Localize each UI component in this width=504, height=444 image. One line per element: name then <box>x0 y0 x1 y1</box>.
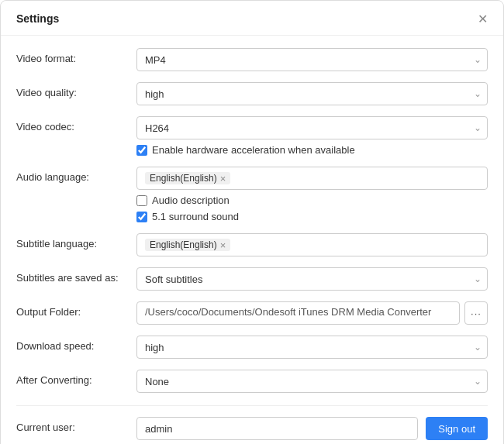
sign-out-button[interactable]: Sign out <box>426 417 488 440</box>
current-user-field: Sign out <box>136 417 488 440</box>
download-speed-select[interactable]: high medium low <box>136 336 488 359</box>
surround-sound-checkbox[interactable] <box>136 212 147 222</box>
audio-language-row: Audio language: English(English) × Audio… <box>16 167 488 222</box>
audio-description-checkbox[interactable] <box>136 195 147 206</box>
after-converting-select[interactable]: None Open folder Shut down <box>136 370 488 393</box>
video-codec-select[interactable]: H264 H265 VP9 <box>136 116 488 139</box>
download-speed-label: Download speed: <box>16 336 136 352</box>
subtitles-saved-as-select[interactable]: Soft subtitles Hard subtitles None <box>136 267 488 291</box>
after-converting-label: After Converting: <box>16 370 136 386</box>
audio-language-tag-close[interactable]: × <box>220 174 226 184</box>
hardware-acceleration-label: Enable hardware acceleration when availa… <box>152 144 355 156</box>
video-quality-label: Video quality: <box>16 82 136 98</box>
output-folder-input: /Users/coco/Documents/Ondesoft iTunes DR… <box>136 301 460 325</box>
download-speed-row: Download speed: high medium low ⌄ <box>16 336 488 359</box>
subtitle-language-field: English(English) × <box>136 233 488 256</box>
video-codec-label: Video codec: <box>16 116 136 133</box>
audio-language-tag: English(English) × <box>145 172 230 184</box>
video-format-label: Video format: <box>16 48 136 64</box>
after-converting-row: After Converting: None Open folder Shut … <box>16 370 488 393</box>
title-bar: Settings ✕ <box>1 1 503 36</box>
video-quality-select[interactable]: high medium low <box>136 82 488 105</box>
subtitle-language-tag-text: English(English) <box>150 239 217 250</box>
output-folder-field: /Users/coco/Documents/Ondesoft iTunes DR… <box>136 301 488 325</box>
surround-sound-label: 5.1 surround sound <box>152 211 239 222</box>
download-speed-field: high medium low ⌄ <box>136 336 488 359</box>
audio-description-label: Audio description <box>152 194 230 206</box>
audio-language-label: Audio language: <box>16 167 136 183</box>
video-format-select-wrapper: MP4 MKV MOV AVI ⌄ <box>136 48 488 71</box>
subtitle-language-row: Subtitle language: English(English) × <box>16 233 488 256</box>
subtitles-saved-as-select-wrapper: Soft subtitles Hard subtitles None ⌄ <box>136 267 488 291</box>
video-format-select[interactable]: MP4 MKV MOV AVI <box>136 48 488 71</box>
subtitle-language-tag-input[interactable]: English(English) × <box>136 233 488 256</box>
current-user-input-row: Sign out <box>136 417 488 440</box>
folder-browse-button[interactable]: ··· <box>464 301 488 325</box>
subtitles-saved-as-field: Soft subtitles Hard subtitles None ⌄ <box>136 267 488 291</box>
audio-language-tag-input[interactable]: English(English) × <box>136 167 488 190</box>
after-converting-field: None Open folder Shut down ⌄ <box>136 370 488 393</box>
hardware-acceleration-checkbox[interactable] <box>136 145 147 156</box>
video-format-field: MP4 MKV MOV AVI ⌄ <box>136 48 488 71</box>
subtitle-language-tag: English(English) × <box>145 239 230 251</box>
subtitle-language-label: Subtitle language: <box>16 233 136 250</box>
settings-window: Settings ✕ Video format: MP4 MKV MOV AVI… <box>0 0 504 444</box>
divider <box>16 405 488 406</box>
current-user-label: Current user: <box>16 417 136 433</box>
output-folder-row: Output Folder: /Users/coco/Documents/Ond… <box>16 301 488 325</box>
hardware-acceleration-row: Enable hardware acceleration when availa… <box>136 144 488 156</box>
subtitles-saved-as-label: Subtitles are saved as: <box>16 267 136 284</box>
window-title: Settings <box>16 12 59 25</box>
video-codec-row: Video codec: H264 H265 VP9 ⌄ Enable hard… <box>16 116 488 156</box>
audio-description-row: Audio description <box>136 194 488 206</box>
after-converting-select-wrapper: None Open folder Shut down ⌄ <box>136 370 488 393</box>
surround-sound-row: 5.1 surround sound <box>136 211 488 222</box>
video-quality-field: high medium low ⌄ <box>136 82 488 105</box>
video-codec-select-wrapper: H264 H265 VP9 ⌄ <box>136 116 488 139</box>
current-user-row: Current user: Sign out <box>16 417 488 440</box>
audio-language-tag-text: English(English) <box>150 173 217 184</box>
subtitles-saved-as-row: Subtitles are saved as: Soft subtitles H… <box>16 267 488 291</box>
subtitle-language-tag-close[interactable]: × <box>220 240 226 250</box>
video-quality-row: Video quality: high medium low ⌄ <box>16 82 488 105</box>
close-button[interactable]: ✕ <box>474 10 491 27</box>
video-format-row: Video format: MP4 MKV MOV AVI ⌄ <box>16 48 488 71</box>
download-speed-select-wrapper: high medium low ⌄ <box>136 336 488 359</box>
video-quality-select-wrapper: high medium low ⌄ <box>136 82 488 105</box>
audio-language-field: English(English) × Audio description 5.1… <box>136 167 488 222</box>
video-codec-field: H264 H265 VP9 ⌄ Enable hardware accelera… <box>136 116 488 156</box>
settings-content: Video format: MP4 MKV MOV AVI ⌄ Video qu… <box>1 36 503 444</box>
current-user-input[interactable] <box>136 417 418 440</box>
output-folder-input-row: /Users/coco/Documents/Ondesoft iTunes DR… <box>136 301 488 325</box>
output-folder-label: Output Folder: <box>16 301 136 318</box>
